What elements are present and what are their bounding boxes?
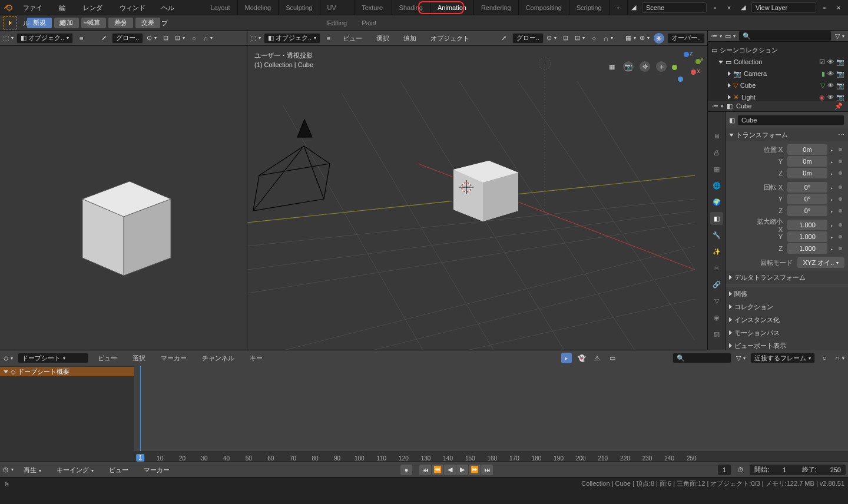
boolean-add[interactable]: 追加 (54, 18, 79, 28)
display-mode-icon[interactable]: ▭▾ (725, 31, 736, 41)
rot-x-field[interactable]: 0° (787, 182, 827, 193)
visibility-icon[interactable]: ▦▾ (625, 33, 636, 44)
editor-type-icon[interactable]: ⬚▾ (3, 33, 14, 44)
dopesheet-summary-row[interactable]: ◇ ドープシート概要 (0, 367, 134, 376)
tab-compositing[interactable]: Compositing (519, 0, 569, 15)
rot-z-field[interactable]: 0° (787, 205, 827, 216)
scene-browse-icon[interactable]: ◢ (628, 2, 639, 13)
tab-add[interactable]: + (610, 0, 628, 15)
proportional-icon[interactable]: ○ (188, 33, 199, 44)
tab-output-icon[interactable]: 🖨 (710, 146, 723, 159)
tab-scene-icon[interactable]: 🌐 (710, 179, 723, 192)
editor-type-timeline-icon[interactable]: ◷▾ (3, 465, 14, 475)
tab-modifier-icon[interactable]: 🔧 (710, 228, 723, 241)
pivot-icon[interactable]: ⊙▾ (546, 33, 557, 44)
lock-icon[interactable] (839, 209, 842, 213)
pan-icon[interactable]: ✥ (640, 61, 650, 72)
vp-menu-view[interactable]: ビュー (337, 31, 368, 46)
lock-icon[interactable] (839, 160, 842, 163)
dope-filter[interactable]: 近接するフレーム▾ (750, 353, 815, 363)
keyframe-icon[interactable]: ⬩ (830, 146, 834, 153)
axis-z-icon[interactable] (684, 52, 689, 57)
dope-menu-marker[interactable]: マーカー (155, 350, 193, 366)
rot-y-field[interactable]: 0° (787, 194, 827, 204)
eye-icon[interactable]: 👁 (827, 58, 834, 66)
axis-y-neg-icon[interactable] (672, 65, 677, 70)
section-relations[interactable]: 関係 (726, 287, 848, 300)
tree-scene-collection[interactable]: ▭ シーンコレクション (708, 44, 848, 56)
orientation-right[interactable]: グロー.. (512, 33, 544, 44)
editor-type-icon[interactable]: ⬚▾ (250, 33, 261, 44)
boolean-new[interactable]: 新規 (27, 18, 52, 28)
filter-icon[interactable]: ▽▾ (834, 31, 845, 41)
snap-target-icon[interactable]: ⊡▾ (575, 33, 585, 44)
boolean-int[interactable]: 交差 (135, 18, 160, 28)
snap-icon[interactable]: ⊡ (561, 33, 571, 44)
scale-z-field[interactable]: 1.000 (787, 243, 827, 254)
scale-x-field[interactable]: 1.000 (787, 220, 827, 230)
filter-funnel-icon[interactable]: ▽▾ (736, 353, 746, 363)
lock-icon[interactable] (839, 223, 842, 227)
lock-icon[interactable] (839, 148, 842, 151)
active-tool-icon[interactable] (4, 16, 16, 29)
tab-animation[interactable]: Animation (430, 0, 474, 15)
tab-uv[interactable]: UV Editing (320, 0, 355, 15)
tree-item-cube[interactable]: ▽ Cube ▽ 👁📷 (708, 79, 848, 91)
disclosure-icon[interactable] (728, 95, 731, 100)
tab-texture[interactable]: Texture Paint (355, 0, 392, 15)
keyframe-icon[interactable]: ⬩ (830, 195, 834, 203)
orientation-icon[interactable]: ⤢ (499, 33, 509, 44)
section-delta[interactable]: デルタトランスフォーム (726, 271, 848, 284)
vp-menu-add[interactable]: 追加 (398, 31, 422, 46)
vp-menu-object[interactable]: オブジェクト (425, 31, 475, 46)
proportional-dope-type-icon[interactable]: ∩▾ (834, 353, 845, 363)
lock-icon[interactable] (839, 197, 842, 201)
play-reverse-button[interactable]: ◀ (444, 465, 456, 475)
tab-modeling[interactable]: Modeling (238, 0, 279, 15)
axis-x-icon[interactable] (691, 69, 696, 75)
viewport-left-canvas[interactable] (0, 46, 247, 350)
jump-start-button[interactable]: ⏮ (419, 465, 431, 475)
overlays-toggle-icon[interactable]: ◉ (654, 33, 664, 44)
eye-icon[interactable]: 👁 (827, 94, 834, 101)
axis-z-neg-icon[interactable] (678, 77, 683, 82)
scene-new-icon[interactable]: ▫ (710, 2, 720, 13)
timeline-menu-playback[interactable]: 再生▾ (18, 462, 47, 478)
disclosure-icon[interactable] (718, 61, 723, 64)
cursor-icon[interactable]: ▸ (561, 353, 572, 363)
tab-object-icon[interactable]: ◧ (710, 212, 723, 225)
section-transform-head[interactable]: トランスフォーム ⋯ (726, 128, 848, 141)
proportional-dope-icon[interactable]: ○ (819, 353, 830, 363)
section-motionpaths[interactable]: モーションパス (726, 326, 848, 339)
timeline-menu-view[interactable]: ビュー (103, 462, 134, 478)
menu-help[interactable]: ヘルプ (155, 0, 186, 15)
zoom-icon[interactable]: ＋ (656, 61, 667, 72)
jump-end-button[interactable]: ⏭ (481, 465, 493, 475)
rotation-mode-select[interactable]: XYZ オイ..▾ (797, 257, 844, 268)
tab-scripting[interactable]: Scripting (569, 0, 610, 15)
keyframe-icon[interactable]: ⬩ (830, 184, 834, 191)
disclosure-icon[interactable] (728, 71, 731, 76)
object-name-field[interactable]: Cube (737, 115, 844, 125)
hamburger-icon[interactable]: ≡ (76, 33, 87, 44)
scene-field[interactable]: Scene (642, 2, 707, 13)
selected-only-icon[interactable]: ⚠ (592, 353, 602, 363)
proportional-type-icon[interactable]: ∩▾ (603, 33, 614, 44)
keyframe-icon[interactable]: ⬩ (830, 170, 834, 177)
proportional-icon[interactable]: ○ (589, 33, 599, 44)
viewlayer-new-icon[interactable]: ▫ (819, 2, 830, 13)
render-icon[interactable]: 📷 (836, 94, 844, 101)
dope-menu-select[interactable]: 選択 (127, 350, 151, 366)
dope-menu-key[interactable]: キー (244, 350, 269, 366)
menu-render[interactable]: レンダー (77, 0, 113, 15)
timeline-menu-marker[interactable]: マーカー (138, 462, 175, 478)
tab-particle-icon[interactable]: ✨ (710, 245, 723, 258)
tab-rendering[interactable]: Rendering (474, 0, 519, 15)
render-icon[interactable]: 📷 (836, 82, 844, 89)
tab-sculpting[interactable]: Sculpting (279, 0, 320, 15)
loc-x-field[interactable]: 0m (787, 144, 827, 155)
timeline-menu-keying[interactable]: キーイング▾ (51, 462, 100, 478)
dopesheet-channels[interactable]: ◇ ドープシート概要 (0, 366, 134, 462)
lock-icon[interactable] (839, 171, 842, 175)
menu-edit[interactable]: 編集 (53, 0, 77, 15)
